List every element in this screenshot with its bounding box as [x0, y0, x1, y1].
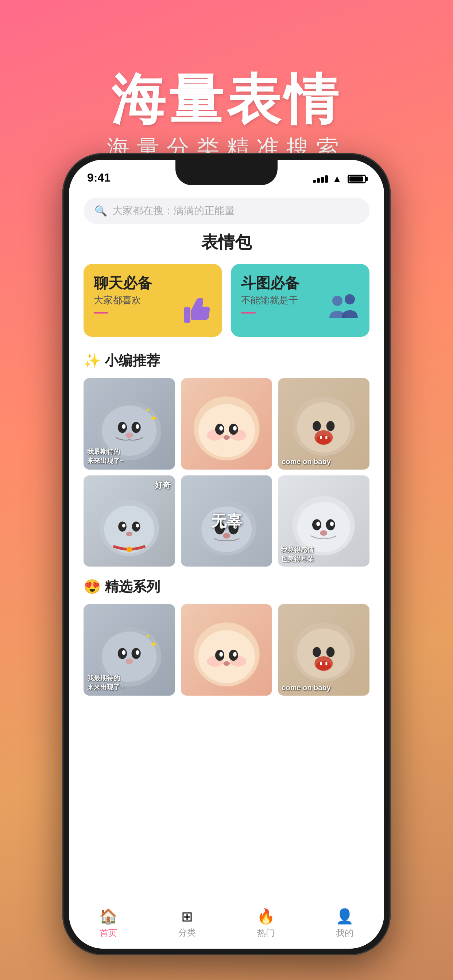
svg-text:✦: ✦ [150, 639, 158, 649]
rec-header: ✨ 小编推荐 [83, 352, 370, 370]
svg-point-30 [327, 421, 335, 431]
meme-cat-3 [278, 378, 370, 469]
svg-point-70 [136, 651, 139, 655]
tab-hot-label: 热门 [257, 927, 274, 939]
wifi-icon: ▲ [332, 173, 342, 185]
selected-grid: ✦ ✦ 我最期待的来来出现了~ [83, 604, 370, 695]
tab-category[interactable]: ⊞ 分类 [148, 908, 226, 939]
svg-point-32 [317, 435, 331, 444]
meme-item-5[interactable]: 无辜 [181, 476, 273, 567]
svg-point-82 [219, 652, 223, 657]
svg-point-53 [223, 533, 230, 538]
meme-item-6[interactable]: 我莫得感情也莫得耳朵 [278, 476, 370, 567]
meme-item-2[interactable] [181, 378, 273, 469]
svg-point-89 [313, 647, 321, 657]
svg-point-90 [327, 647, 335, 657]
svg-point-23 [233, 426, 237, 431]
tab-home[interactable]: 🏠 首页 [69, 908, 148, 939]
status-icons: ▲ [313, 173, 366, 185]
svg-point-24 [223, 435, 230, 440]
sel-meme-cat-2 [181, 604, 273, 695]
svg-point-62 [320, 530, 327, 536]
meme-grid-top: ✦ ✦ 我最期待的来来出现了~ [83, 378, 370, 469]
phone-screen: 9:41 ▲ 🔍 [69, 160, 384, 949]
home-icon: 🏠 [99, 908, 118, 925]
sel-header-text: 😍 精选系列 [83, 578, 160, 596]
status-time: 9:41 [87, 171, 110, 185]
svg-point-44 [126, 547, 132, 552]
category-cards: 聊天必备 大家都喜欢 斗图必备 不能输就是干 [69, 264, 384, 337]
sel-header: 😍 精选系列 [83, 578, 370, 596]
svg-point-38 [104, 505, 154, 553]
meme-item-1[interactable]: ✦ ✦ 我最期待的来来出现了~ [83, 378, 175, 469]
svg-text:✦: ✦ [145, 633, 151, 640]
search-placeholder: 大家都在搜：满满的正能量 [112, 204, 235, 218]
svg-point-92 [317, 661, 331, 670]
svg-text:✦: ✦ [150, 413, 158, 423]
svg-point-28 [297, 402, 350, 452]
svg-point-2 [345, 294, 355, 304]
svg-point-10 [136, 425, 139, 429]
thumbs-up-icon [182, 293, 215, 333]
svg-rect-94 [326, 662, 327, 665]
svg-rect-34 [326, 436, 327, 439]
cat-card-fight-line [241, 312, 256, 313]
meme-3-label: come on baby [282, 458, 366, 466]
svg-point-88 [297, 628, 350, 679]
svg-rect-0 [184, 307, 190, 323]
search-bar[interactable]: 🔍 大家都在搜：满满的正能量 [83, 197, 370, 224]
svg-point-41 [122, 524, 126, 528]
svg-point-60 [317, 521, 320, 526]
meme-5-label: 无辜 [211, 511, 242, 531]
svg-point-71 [126, 659, 133, 664]
svg-point-69 [122, 651, 126, 655]
phone-content: 🔍 大家都在搜：满满的正能量 表情包 聊天必备 大家都喜欢 [69, 189, 384, 905]
signal-bars-icon [313, 175, 328, 183]
sel-meme-2[interactable] [181, 604, 273, 695]
recommended-section: ✨ 小编推荐 [69, 352, 384, 566]
meme-cat-2 [181, 378, 273, 469]
meme-item-3[interactable]: come on baby [278, 378, 370, 469]
battery-icon [348, 175, 366, 183]
sel-meme-cat-3 [278, 604, 370, 695]
meme-1-label: 我最期待的来来出现了~ [87, 447, 171, 466]
svg-point-11 [126, 433, 133, 438]
hot-icon: 🔥 [257, 908, 275, 925]
svg-text:✦: ✦ [145, 407, 151, 414]
cat-card-chat-title: 聊天必备 [94, 274, 212, 292]
cat-card-fight[interactable]: 斗图必备 不能输就是干 [231, 264, 370, 337]
phone-outer: 9:41 ▲ 🔍 [62, 153, 391, 955]
meme-item-4[interactable]: 好奇 [83, 476, 175, 567]
tab-hot[interactable]: 🔥 热门 [226, 908, 305, 939]
meme-6-label: 我莫得感情也莫得耳朵 [281, 546, 367, 564]
tab-mine[interactable]: 👤 我的 [305, 908, 384, 939]
svg-point-17 [198, 404, 255, 457]
svg-point-9 [122, 425, 126, 429]
meme-grid-bottom: 好奇 [83, 476, 370, 567]
svg-rect-33 [320, 436, 322, 439]
sel-meme-3[interactable]: come on baby [278, 604, 370, 695]
cat-card-fight-title: 斗图必备 [241, 274, 359, 292]
svg-point-77 [198, 630, 255, 683]
tab-bar: 🏠 首页 ⊞ 分类 🔥 热门 👤 我的 [69, 905, 384, 949]
phone-notch [175, 160, 278, 185]
svg-point-84 [223, 661, 230, 666]
svg-point-43 [126, 531, 133, 536]
search-icon: 🔍 [94, 205, 107, 217]
tab-mine-label: 我的 [336, 927, 353, 939]
people-icon [326, 293, 362, 333]
svg-point-42 [136, 524, 139, 528]
hero-title: 海量表情 [111, 70, 342, 129]
cat-card-chat[interactable]: 聊天必备 大家都喜欢 [83, 264, 222, 337]
svg-point-22 [219, 426, 223, 431]
rec-header-text: ✨ 小编推荐 [83, 352, 160, 370]
phone-device: 9:41 ▲ 🔍 [62, 153, 391, 955]
tab-home-label: 首页 [100, 927, 117, 939]
sel-meme-1[interactable]: ✦ ✦ 我最期待的来来出现了~ [83, 604, 175, 695]
meme-4-label: 好奇 [155, 480, 171, 491]
svg-point-57 [297, 502, 350, 552]
sel-meme-1-label: 我最期待的来来出现了~ [87, 674, 171, 692]
svg-point-61 [330, 521, 334, 526]
svg-point-29 [313, 421, 321, 431]
sel-meme-3-label: come on baby [282, 684, 366, 692]
